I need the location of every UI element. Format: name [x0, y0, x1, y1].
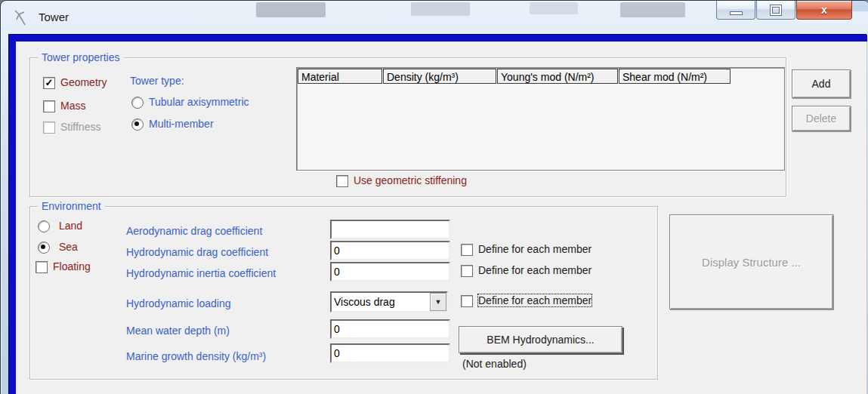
use-geometric-stiffening-checkbox[interactable] — [336, 175, 348, 187]
glass-reflection — [530, 2, 578, 14]
dialog-client-area: Tower properties Geometry Mass Stiffness… — [9, 35, 867, 394]
mean-water-depth-input[interactable] — [330, 319, 450, 339]
define-per-member-loading-checkbox[interactable] — [461, 295, 473, 307]
stiffness-label: Stiffness — [60, 121, 100, 133]
close-button[interactable]: x — [796, 1, 852, 20]
stiffness-checkbox — [43, 122, 55, 134]
delete-button: Delete — [792, 106, 851, 131]
caption-buttons: x — [715, 1, 852, 20]
restore-button[interactable] — [756, 1, 795, 20]
define-per-member-inertia-label[interactable]: Define for each member — [478, 264, 592, 276]
title-bar[interactable]: Tower x — [1, 1, 868, 35]
use-geometric-stiffening-label[interactable]: Use geometric stiffening — [354, 174, 467, 186]
glass-reflection — [411, 2, 470, 16]
aerodynamic-drag-input[interactable] — [330, 220, 450, 239]
mass-label[interactable]: Mass — [60, 100, 85, 112]
column-header-density[interactable]: Density (kg/m³) — [383, 69, 496, 84]
multi-member-label[interactable]: Multi-member — [149, 118, 214, 130]
tower-properties-group: Tower properties Geometry Mass Stiffness… — [29, 57, 786, 197]
environment-group-label: Environment — [38, 200, 105, 212]
bem-hydrodynamics-button[interactable]: BEM Hydrodynamics... — [459, 326, 622, 353]
sea-label[interactable]: Sea — [59, 241, 78, 253]
wind-turbine-icon — [14, 8, 32, 28]
display-structure-button: Display Structure ... — [669, 214, 833, 309]
geometry-label[interactable]: Geometry — [60, 76, 107, 88]
hydrodynamic-inertia-label: Hydrodynamic inertia coefficient — [126, 267, 276, 279]
restore-icon — [771, 5, 781, 15]
multi-member-radio[interactable] — [131, 119, 144, 131]
tower-type-label: Tower type: — [130, 75, 184, 87]
mass-checkbox[interactable] — [43, 100, 55, 112]
floating-checkbox[interactable] — [36, 261, 48, 273]
define-per-member-inertia-checkbox[interactable] — [461, 265, 473, 277]
hydrodynamic-inertia-input[interactable] — [330, 262, 450, 282]
define-per-member-drag-label[interactable]: Define for each member — [478, 243, 592, 255]
hydrodynamic-loading-label: Hydrodynamic loading — [126, 297, 231, 309]
chevron-down-icon[interactable]: ▼ — [430, 293, 446, 311]
glass-reflection — [256, 2, 326, 17]
hydrodynamic-loading-select[interactable]: Viscous drag ▼ — [330, 291, 448, 312]
bem-status-text: (Not enabled) — [462, 358, 527, 370]
geometry-checkbox[interactable] — [43, 77, 55, 89]
hydrodynamic-drag-label: Hydrodynamic drag coefficient — [126, 246, 268, 258]
land-radio[interactable] — [38, 220, 50, 232]
tubular-axisymmetric-label[interactable]: Tubular axisymmetric — [149, 96, 249, 108]
define-per-member-drag-checkbox[interactable] — [461, 244, 473, 256]
tower-dialog: Tower x Tower properties Geometry — [0, 0, 868, 394]
minimize-button[interactable] — [716, 1, 755, 20]
hydrodynamic-drag-input[interactable] — [330, 241, 450, 260]
environment-group: Environment Land Sea Floating Aerodynami… — [29, 206, 658, 380]
minimize-icon — [730, 11, 743, 15]
tower-properties-group-label: Tower properties — [38, 51, 124, 63]
screen: Tower x Tower properties Geometry — [0, 0, 868, 394]
hydrodynamic-loading-value: Viscous drag — [332, 296, 430, 308]
marine-growth-density-input[interactable] — [330, 343, 450, 363]
mean-water-depth-label: Mean water depth (m) — [126, 325, 230, 337]
window-title: Tower — [39, 11, 69, 23]
marine-growth-density-label: Marine growth density (kg/m³) — [126, 350, 266, 362]
floating-label[interactable]: Floating — [53, 260, 91, 272]
define-per-member-loading-label[interactable]: Define for each member — [478, 294, 592, 306]
sea-radio[interactable] — [38, 242, 50, 254]
column-header-material[interactable]: Material — [298, 69, 382, 84]
materials-table-header: Material Density (kg/m³) Young's mod (N/… — [297, 68, 784, 84]
column-header-shear-mod[interactable]: Shear mod (N/m²) — [619, 69, 731, 84]
add-button[interactable]: Add — [792, 69, 851, 98]
aerodynamic-drag-label: Aerodynamic drag coefficient — [126, 225, 262, 237]
land-label[interactable]: Land — [59, 220, 82, 232]
close-icon: x — [821, 4, 827, 16]
materials-table[interactable]: Material Density (kg/m³) Young's mod (N/… — [296, 67, 785, 171]
column-header-youngs-mod[interactable]: Young's mod (N/m²) — [497, 69, 618, 84]
glass-reflection — [620, 2, 685, 17]
tubular-axisymmetric-radio[interactable] — [131, 97, 144, 109]
